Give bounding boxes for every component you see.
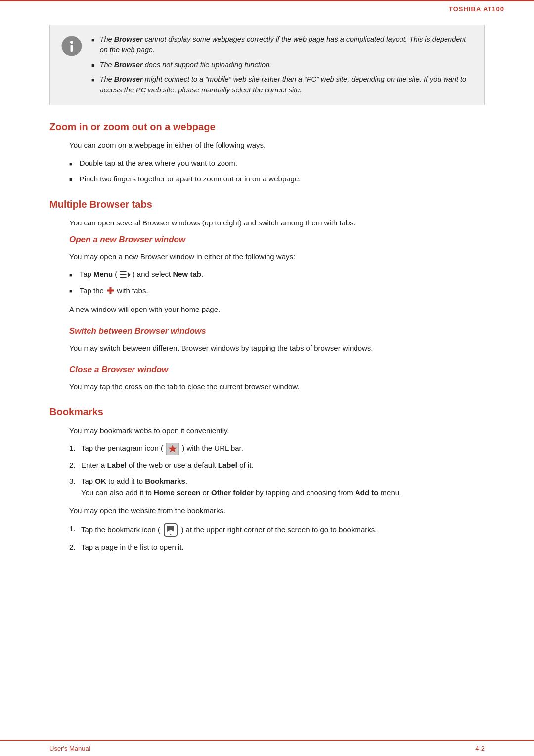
bookmarks-middle-para: You may open the website from the bookma… bbox=[49, 505, 485, 517]
bookmarks-numbered-list-1: 1. Tap the pentagram icon ( ) with the U… bbox=[49, 443, 485, 499]
bookmarks-numbered-list-2: 1. Tap the bookmark icon ( ) at the uppe… bbox=[49, 523, 485, 553]
note-box: The Browser cannot display some webpages… bbox=[49, 25, 485, 105]
open-new-bullets: Tap Menu ( ) and select New tab. bbox=[69, 268, 485, 298]
main-content: The Browser cannot display some webpages… bbox=[0, 15, 534, 597]
svg-point-1 bbox=[70, 41, 73, 44]
note-item-1: The Browser cannot display some webpages… bbox=[91, 34, 473, 56]
open-new-heading: Open a new Browser window bbox=[69, 235, 485, 245]
close-heading: Close a Browser window bbox=[69, 365, 485, 375]
switch-text: You may switch between different Browser… bbox=[69, 342, 485, 354]
bookmark-open-step-2: 2. Tap a page in the list to open it. bbox=[69, 541, 485, 553]
footer-right: 4-2 bbox=[475, 745, 485, 752]
svg-rect-2 bbox=[71, 45, 73, 52]
svg-marker-6 bbox=[127, 272, 130, 277]
svg-rect-5 bbox=[120, 277, 126, 278]
menu-icon bbox=[120, 270, 131, 279]
open-new-bullet-2: Tap the ✚ with tabs. bbox=[69, 284, 485, 298]
open-new-bullet-1: Tap Menu ( ) and select New tab. bbox=[69, 268, 485, 280]
plus-icon: ✚ bbox=[107, 284, 114, 298]
zoom-bullet-2: Pinch two fingers together or apart to z… bbox=[69, 173, 485, 185]
zoom-heading: Zoom in or zoom out on a webpage bbox=[49, 121, 485, 133]
bookmarks-heading: Bookmarks bbox=[49, 406, 485, 418]
svg-rect-3 bbox=[120, 271, 126, 272]
open-new-intro: You may open a new Browser window in eit… bbox=[69, 251, 485, 263]
bookmark-step-1: 1. Tap the pentagram icon ( ) with the U… bbox=[69, 443, 485, 455]
star-icon bbox=[166, 443, 179, 455]
switch-heading: Switch between Browser windows bbox=[69, 326, 485, 336]
footer-left: User's Manual bbox=[49, 745, 90, 752]
info-icon bbox=[61, 35, 83, 61]
subsection-close: Close a Browser window You may tap the c… bbox=[49, 365, 485, 393]
footer: User's Manual 4-2 bbox=[0, 740, 534, 756]
section-zoom: Zoom in or zoom out on a webpage You can… bbox=[49, 121, 485, 185]
section-multiple-tabs: Multiple Browser tabs You can open sever… bbox=[49, 199, 485, 393]
bookmark-flag-icon bbox=[163, 523, 178, 537]
bookmarks-intro: You may bookmark webs to open it conveni… bbox=[49, 425, 485, 437]
close-text: You may tap the cross on the tab to clos… bbox=[69, 381, 485, 393]
zoom-bullet-list: Double tap at the area where you want to… bbox=[49, 157, 485, 185]
header: TOSHIBA AT100 bbox=[0, 1, 534, 15]
section-bookmarks: Bookmarks You may bookmark webs to open … bbox=[49, 406, 485, 553]
open-new-trailing: A new window will open with your home pa… bbox=[69, 304, 485, 315]
page: TOSHIBA AT100 The Browser cannot display… bbox=[0, 0, 534, 756]
subsection-switch: Switch between Browser windows You may s… bbox=[49, 326, 485, 354]
zoom-bullet-1: Double tap at the area where you want to… bbox=[69, 157, 485, 169]
bookmark-step-2: 2. Enter a Label of the web or use a def… bbox=[69, 459, 485, 471]
subsection-open-new: Open a new Browser window You may open a… bbox=[49, 235, 485, 315]
note-item-3: The Browser might connect to a “mobile” … bbox=[91, 74, 473, 96]
bookmark-open-step-1: 1. Tap the bookmark icon ( ) at the uppe… bbox=[69, 523, 485, 537]
note-item-2: The Browser does not support file upload… bbox=[91, 60, 473, 71]
multiple-tabs-intro: You can open several Browser windows (up… bbox=[49, 217, 485, 229]
zoom-intro: You can zoom on a webpage in either of t… bbox=[49, 139, 485, 151]
note-bullet-list: The Browser cannot display some webpages… bbox=[91, 34, 473, 96]
bookmark-step-3: 3. Tap OK to add it to Bookmarks. You ca… bbox=[69, 475, 485, 499]
multiple-tabs-heading: Multiple Browser tabs bbox=[49, 199, 485, 210]
svg-rect-4 bbox=[120, 274, 126, 275]
brand-name: TOSHIBA AT100 bbox=[449, 5, 504, 13]
